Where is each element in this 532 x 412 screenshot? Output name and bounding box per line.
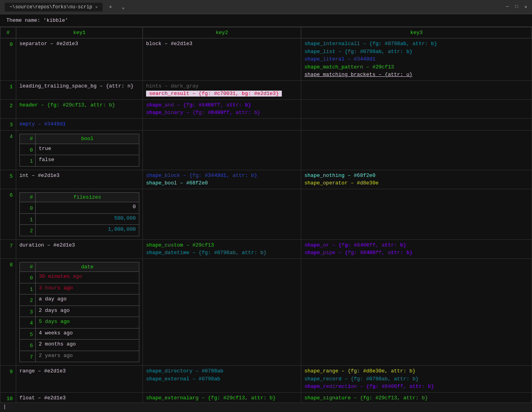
row-index: 8 (0, 258, 16, 366)
table-row: 4 # bool 0 true (0, 131, 532, 170)
row-col1: header – {fg: #29cf13, attr: b} (16, 99, 143, 118)
row-index: 1 (0, 80, 16, 99)
window-controls: — □ ✕ (506, 4, 527, 10)
table-row: 3 empty – #3449d1 (0, 118, 532, 131)
minimize-button[interactable]: — (506, 4, 509, 10)
row-col2 (143, 131, 301, 170)
filesizes-table: # filesizes 0 0 1 500,000 (19, 192, 139, 236)
tab-close-icon[interactable]: ✕ (95, 5, 98, 9)
title-bar: ~\source\repos\forks\nu-scrip ✕ + ⌄ — □ … (0, 0, 532, 14)
date-table: # date 0 30 minutes ago 1 3 hours (19, 262, 139, 363)
row-index: 2 (0, 99, 16, 118)
row-index: 10 (0, 392, 16, 403)
terminal-tab[interactable]: ~\source\repos\forks\nu-scrip ✕ (5, 3, 103, 11)
row-col1: range – #e2d1e3 (16, 366, 143, 393)
row-col2: shape_and – {fg: #8400ff, attr: b} shape… (143, 99, 301, 118)
restore-button[interactable]: □ (515, 4, 518, 10)
row-col1: # date 0 30 minutes ago 1 3 hours (16, 258, 143, 366)
color-table: # key1 key2 key3 0 separator – #e2d1e3 b… (0, 27, 532, 403)
row-index: 9 (0, 366, 16, 393)
close-window-button[interactable]: ✕ (524, 4, 527, 10)
status-bar: | (0, 403, 532, 410)
tab-dropdown-icon[interactable]: ⌄ (118, 2, 128, 12)
row-index: 5 (0, 170, 16, 189)
table-row: 6 # filesizes 0 0 (0, 189, 532, 239)
main-table-container[interactable]: # key1 key2 key3 0 separator – #e2d1e3 b… (0, 27, 532, 403)
row-col3: shape_or – {fg: #8400ff, attr: b} shape_… (301, 239, 532, 258)
table-row: 1 leading_trailing_space_bg – {attr: n} … (0, 80, 532, 99)
row-index: 4 (0, 131, 16, 170)
row-col3: shape_internalcall – {fg: #0798ab, attr:… (301, 38, 532, 81)
row-col3 (301, 99, 532, 118)
table-row: 2 header – {fg: #29cf13, attr: b} shape_… (0, 99, 532, 118)
row-col3: shape_nothing – #68f2e0 shape_operator –… (301, 170, 532, 189)
row-col3 (301, 118, 532, 131)
row-col2: block – #e2d1e3 (143, 38, 301, 81)
col-hash: # (0, 27, 16, 38)
row-col1: float – #e2d1e3 (16, 392, 143, 403)
row-col1: separator – #e2d1e3 (16, 38, 143, 81)
row-col1: # bool 0 true 1 false (16, 131, 143, 170)
row-col2 (143, 118, 301, 131)
table-row: 0 separator – #e2d1e3 block – #e2d1e3 sh… (0, 38, 532, 81)
row-col3 (301, 131, 532, 170)
row-col1: duration – #e2d1e3 (16, 239, 143, 258)
bool-table: # bool 0 true 1 false (19, 134, 139, 167)
new-tab-button[interactable]: + (106, 2, 115, 12)
tab-label: ~\source\repos\forks\nu-scrip (10, 4, 92, 10)
row-col2: shape_block – {fg: #3449d1, attr: b} sha… (143, 170, 301, 189)
table-row: 5 int – #e2d1e3 shape_block – {fg: #3449… (0, 170, 532, 189)
row-col1: empty – #3449d1 (16, 118, 143, 131)
row-col3: shape_range – {fg: #d8e30e, attr: b} sha… (301, 366, 532, 393)
row-index: 7 (0, 239, 16, 258)
cursor-indicator: | (3, 404, 6, 410)
row-col1: # filesizes 0 0 1 500,000 (16, 189, 143, 239)
row-col2 (143, 189, 301, 239)
row-col3 (301, 80, 532, 99)
row-col2: shape_custom – #29cf13 shape_datetime – … (143, 239, 301, 258)
row-col1: int – #e2d1e3 (16, 170, 143, 189)
row-index: 6 (0, 189, 16, 239)
row-col2: shape_directory – #0798ab shape_external… (143, 366, 301, 393)
table-row: 8 # date 0 30 minutes ago (0, 258, 532, 366)
table-row: 9 range – #e2d1e3 shape_directory – #079… (0, 366, 532, 393)
col-key2: key2 (143, 27, 301, 38)
row-col2: shape_externalarg – {fg: #29cf13, attr: … (143, 392, 301, 403)
row-col3 (301, 189, 532, 239)
theme-label: Theme name: 'kibble' (0, 14, 532, 27)
row-col2: hints – dark_gray search_result – {fg: #… (143, 80, 301, 99)
row-col3: shape_signature – {fg: #29cf13, attr: b}… (301, 392, 532, 403)
row-index: 3 (0, 118, 16, 131)
row-col1: leading_trailing_space_bg – {attr: n} (16, 80, 143, 99)
row-index: 0 (0, 38, 16, 81)
row-col3 (301, 258, 532, 366)
table-row: 10 float – #e2d1e3 shape_externalarg – {… (0, 392, 532, 403)
col-key1: key1 (16, 27, 143, 38)
col-key3: key3 (301, 27, 532, 38)
table-row: 7 duration – #e2d1e3 shape_custom – #29c… (0, 239, 532, 258)
row-col2 (143, 258, 301, 366)
